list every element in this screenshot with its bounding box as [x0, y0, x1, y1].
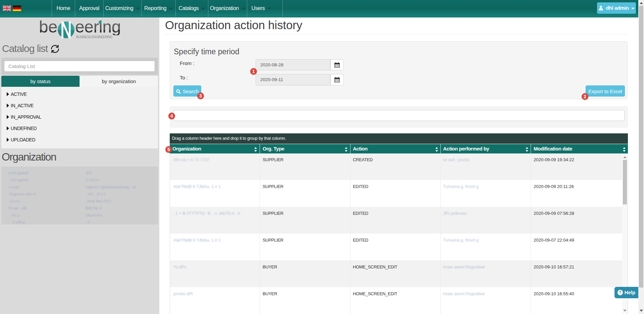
svg-text:?: ?: [619, 290, 621, 295]
